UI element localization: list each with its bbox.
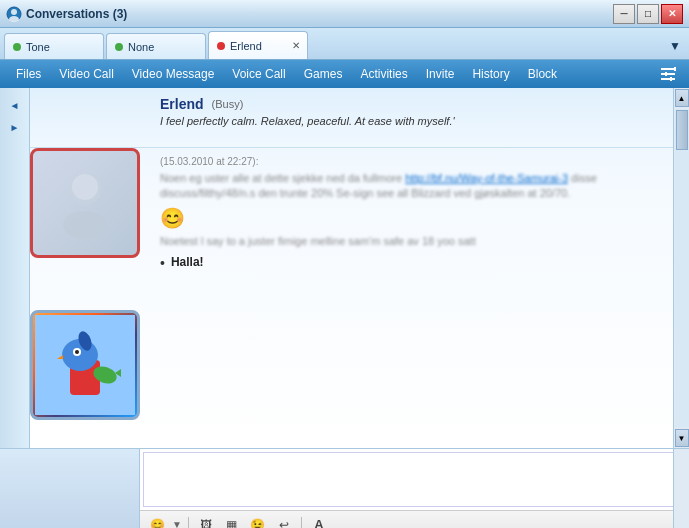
self-avatar bbox=[30, 310, 140, 420]
svg-point-11 bbox=[72, 174, 98, 200]
settings-icon[interactable] bbox=[657, 63, 681, 85]
chat-user-status: (Busy) bbox=[212, 98, 244, 110]
format-button[interactable]: ▦ bbox=[221, 514, 243, 529]
msg-line-1: Noen eg uster alle at dette sjekke ned d… bbox=[160, 171, 661, 202]
tab-status-dot bbox=[217, 42, 225, 50]
input-section: 😊 ▼ 🖼 ▦ 😉 ↩ A bbox=[0, 448, 689, 528]
tab-status-dot bbox=[13, 43, 21, 51]
menu-history[interactable]: History bbox=[464, 64, 517, 84]
menu-files[interactable]: Files bbox=[8, 64, 49, 84]
svg-rect-5 bbox=[661, 78, 675, 80]
menu-video-call[interactable]: Video Call bbox=[51, 64, 121, 84]
app-icon bbox=[6, 6, 22, 22]
scroll-down-button[interactable]: ▼ bbox=[675, 429, 689, 447]
tab-2-label: None bbox=[128, 41, 154, 53]
msg-bullet: • Halla! bbox=[160, 255, 661, 272]
chat-scrollbar[interactable]: ▲ ▼ bbox=[673, 88, 689, 448]
image-button[interactable]: 🖼 bbox=[195, 514, 217, 529]
main-area: ◄ ► Erlend (Busy) I feel perfectly calm.… bbox=[0, 88, 689, 448]
title-bar: Conversations (3) ─ □ ✕ bbox=[0, 0, 689, 28]
svg-rect-4 bbox=[661, 73, 675, 75]
input-left-space bbox=[0, 449, 140, 528]
scroll-thumb[interactable] bbox=[676, 110, 688, 150]
svg-point-10 bbox=[63, 211, 107, 239]
tab-status-dot bbox=[115, 43, 123, 51]
msg-timestamp: (15.03.2010 at 22:27): bbox=[160, 156, 661, 167]
self-avatar-image bbox=[30, 310, 140, 420]
left-sidebar: ◄ ► bbox=[0, 88, 30, 448]
contact-avatar bbox=[30, 148, 140, 258]
svg-rect-7 bbox=[665, 72, 667, 76]
message-input[interactable] bbox=[143, 452, 676, 507]
scroll-track bbox=[675, 109, 689, 427]
tab-1[interactable]: Tone bbox=[4, 33, 104, 59]
minimize-button[interactable]: ─ bbox=[613, 4, 635, 24]
input-right: 😊 ▼ 🖼 ▦ 😉 ↩ A bbox=[140, 449, 673, 528]
svg-point-1 bbox=[11, 9, 17, 15]
wink-button[interactable]: 😉 bbox=[247, 514, 269, 529]
scroll-up-button[interactable]: ▲ bbox=[675, 89, 689, 107]
tab-2[interactable]: None bbox=[106, 33, 206, 59]
svg-point-2 bbox=[9, 16, 19, 22]
tabs-dropdown[interactable]: ▼ bbox=[665, 33, 685, 59]
toolbar-separator-2 bbox=[301, 517, 302, 529]
user-name-row: Erlend (Busy) bbox=[160, 96, 661, 112]
menu-invite[interactable]: Invite bbox=[418, 64, 463, 84]
tab-3-label: Erlend bbox=[230, 40, 262, 52]
tabs-bar: Tone None Erlend ✕ ▼ bbox=[0, 28, 689, 60]
menu-games[interactable]: Games bbox=[296, 64, 351, 84]
menu-bar: Files Video Call Video Message Voice Cal… bbox=[0, 60, 689, 88]
msg-bold-text: Halla! bbox=[171, 255, 204, 269]
user-info-bar: Erlend (Busy) I feel perfectly calm. Rel… bbox=[30, 88, 673, 148]
svg-point-17 bbox=[75, 350, 79, 354]
emoji-button[interactable]: 😊 bbox=[146, 514, 168, 529]
svg-rect-8 bbox=[670, 77, 672, 81]
tab-1-label: Tone bbox=[26, 41, 50, 53]
sidebar-arrow-up[interactable]: ◄ bbox=[6, 96, 24, 114]
sidebar-arrow-down[interactable]: ► bbox=[6, 118, 24, 136]
input-toolbar: 😊 ▼ 🖼 ▦ 😉 ↩ A bbox=[140, 510, 673, 528]
msg-emoji: 😊 bbox=[160, 206, 661, 230]
menu-voice-call[interactable]: Voice Call bbox=[224, 64, 293, 84]
msg-line-2: Noetest l say to a juster fimige melline… bbox=[160, 234, 661, 249]
close-button[interactable]: ✕ bbox=[661, 4, 683, 24]
font-button[interactable]: A bbox=[308, 514, 330, 529]
input-scrollbar bbox=[673, 449, 689, 528]
chat-user-name: Erlend bbox=[160, 96, 204, 112]
back-button[interactable]: ↩ bbox=[273, 514, 295, 529]
tab-3-close[interactable]: ✕ bbox=[289, 39, 303, 53]
menu-video-message[interactable]: Video Message bbox=[124, 64, 223, 84]
maximize-button[interactable]: □ bbox=[637, 4, 659, 24]
chat-user-status-msg: I feel perfectly calm. Relaxed, peaceful… bbox=[160, 115, 661, 127]
menu-block[interactable]: Block bbox=[520, 64, 565, 84]
emoji-dropdown-arrow[interactable]: ▼ bbox=[172, 519, 182, 528]
window-title: Conversations (3) bbox=[26, 7, 613, 21]
svg-rect-3 bbox=[661, 68, 675, 70]
window-controls: ─ □ ✕ bbox=[613, 4, 683, 24]
tab-3[interactable]: Erlend ✕ bbox=[208, 31, 308, 59]
bullet-dot-icon: • bbox=[160, 255, 165, 272]
svg-rect-6 bbox=[674, 67, 676, 71]
menu-activities[interactable]: Activities bbox=[352, 64, 415, 84]
contact-avatar-image bbox=[30, 148, 140, 258]
toolbar-separator-1 bbox=[188, 517, 189, 529]
